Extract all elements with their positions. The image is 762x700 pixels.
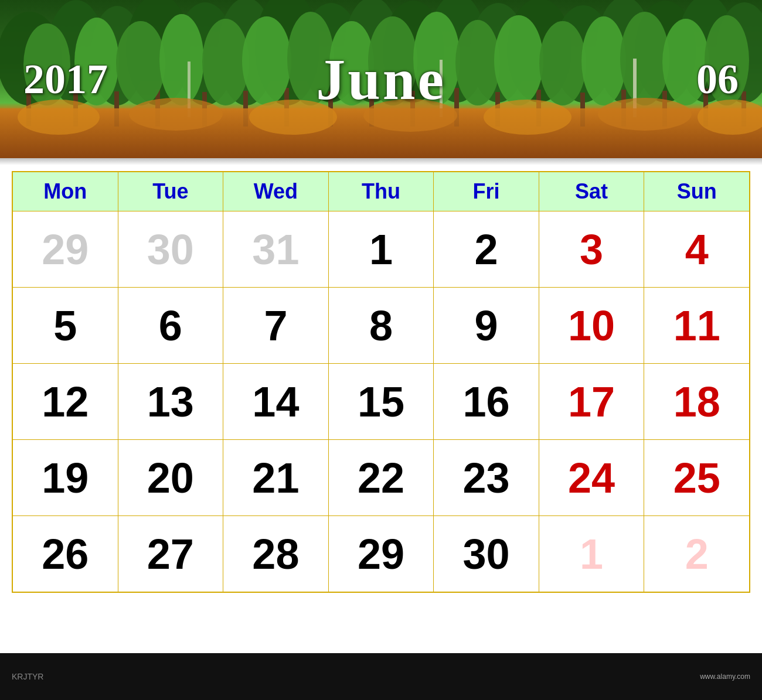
calendar-week-row-2: 567891011 [13,288,750,364]
calendar-day[interactable]: 21 [223,440,329,516]
calendar-day[interactable]: 17 [539,364,644,440]
day-header-sat: Sat [539,172,644,211]
calendar-grid-wrapper: Mon Tue Wed Thu Fri Sat Sun 293031123456… [12,171,750,593]
calendar-day[interactable]: 22 [328,440,434,516]
calendar-day[interactable]: 26 [13,516,118,592]
calendar-day[interactable]: 18 [644,364,750,440]
page-wrapper: 2017 June 06 Mon Tue Wed Thu Fri Sat Sun… [0,0,762,700]
day-header-wed: Wed [223,172,329,211]
calendar-table: Mon Tue Wed Thu Fri Sat Sun 293031123456… [12,172,750,592]
calendar-week-row-5: 262728293012 [13,516,750,592]
calendar-day[interactable]: 1 [539,516,644,592]
calendar-day[interactable]: 24 [539,440,644,516]
calendar-day[interactable]: 19 [13,440,118,516]
calendar-day[interactable]: 16 [434,364,539,440]
calendar-day[interactable]: 31 [223,211,329,288]
days-header-row: Mon Tue Wed Thu Fri Sat Sun [13,172,750,211]
calendar-year: 2017 [23,55,108,104]
calendar-day[interactable]: 20 [118,440,223,516]
calendar-day[interactable]: 14 [223,364,329,440]
calendar-day[interactable]: 13 [118,364,223,440]
day-header-tue: Tue [118,172,223,211]
bottom-bar: KRJTYR www.alamy.com [0,653,762,700]
calendar-day[interactable]: 28 [223,516,329,592]
calendar-day[interactable]: 1 [328,211,434,288]
calendar-day[interactable]: 23 [434,440,539,516]
calendar-day[interactable]: 4 [644,211,750,288]
calendar-day[interactable]: 29 [13,211,118,288]
calendar-day[interactable]: 15 [328,364,434,440]
calendar-day[interactable]: 30 [434,516,539,592]
calendar-day[interactable]: 11 [644,288,750,364]
calendar-month-name: June [316,46,446,113]
calendar-day[interactable]: 8 [328,288,434,364]
calendar-day[interactable]: 27 [118,516,223,592]
calendar-day[interactable]: 25 [644,440,750,516]
calendar-day[interactable]: 2 [644,516,750,592]
calendar-day[interactable]: 29 [328,516,434,592]
calendar-day[interactable]: 9 [434,288,539,364]
calendar-week-row-4: 19202122232425 [13,440,750,516]
day-header-sun: Sun [644,172,750,211]
watermark-site: www.alamy.com [700,672,750,681]
calendar-day[interactable]: 3 [539,211,644,288]
header-text-layer: 2017 June 06 [0,0,762,158]
calendar-month-number: 06 [696,55,739,104]
header-shadow [0,158,762,165]
watermark-code: KRJTYR [12,672,43,681]
calendar-day[interactable]: 7 [223,288,329,364]
calendar-header: 2017 June 06 [0,0,762,158]
calendar-day[interactable]: 5 [13,288,118,364]
calendar-week-row-1: 2930311234 [13,211,750,288]
calendar-day[interactable]: 10 [539,288,644,364]
calendar-day[interactable]: 30 [118,211,223,288]
calendar-day[interactable]: 2 [434,211,539,288]
day-header-thu: Thu [328,172,434,211]
calendar-day[interactable]: 12 [13,364,118,440]
day-header-mon: Mon [13,172,118,211]
day-header-fri: Fri [434,172,539,211]
calendar-week-row-3: 12131415161718 [13,364,750,440]
calendar-day[interactable]: 6 [118,288,223,364]
